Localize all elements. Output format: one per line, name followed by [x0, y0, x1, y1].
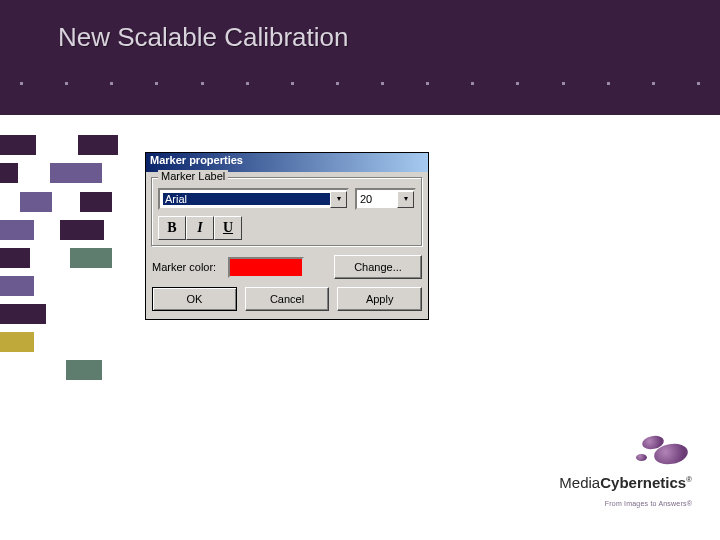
chevron-down-icon[interactable]: ▾ [330, 191, 347, 208]
marker-color-swatch[interactable] [228, 257, 304, 278]
bold-button[interactable]: B [158, 216, 186, 240]
decorative-block [20, 192, 52, 212]
brand-logo: MediaCybernetics® From Images to Answers… [559, 434, 692, 510]
decorative-dots [20, 82, 700, 86]
decorative-block [0, 276, 34, 296]
slide-header: New Scalable Calibration [0, 0, 720, 115]
slide-title: New Scalable Calibration [58, 22, 348, 53]
font-size-value: 20 [360, 193, 372, 205]
decorative-block [0, 163, 18, 183]
decorative-block [50, 163, 102, 183]
decorative-block [66, 360, 102, 380]
apply-button[interactable]: Apply [337, 287, 422, 311]
group-legend: Marker Label [158, 170, 228, 182]
decorative-block [70, 248, 112, 268]
cancel-button[interactable]: Cancel [245, 287, 330, 311]
decorative-block [78, 135, 118, 155]
decorative-block [0, 332, 34, 352]
underline-button[interactable]: U [214, 216, 242, 240]
marker-label-group: Marker Label Arial ▾ 20 ▾ B I U [151, 177, 423, 247]
decorative-block [80, 192, 112, 212]
decorative-block [0, 248, 30, 268]
ok-button[interactable]: OK [152, 287, 237, 311]
registered-icon: ® [686, 475, 692, 484]
change-button[interactable]: Change... [334, 255, 422, 279]
logo-name-prefix: Media [559, 474, 600, 491]
decorative-block [0, 304, 46, 324]
marker-color-label: Marker color: [152, 261, 222, 273]
logo-name-bold: Cybernetics [600, 474, 686, 491]
font-name-value: Arial [163, 193, 330, 205]
decorative-block [0, 135, 36, 155]
logo-name: MediaCybernetics® [559, 474, 692, 491]
chevron-down-icon[interactable]: ▾ [397, 191, 414, 208]
decorative-block [0, 220, 34, 240]
italic-button[interactable]: I [186, 216, 214, 240]
font-size-combo[interactable]: 20 ▾ [355, 188, 416, 210]
font-name-combo[interactable]: Arial ▾ [158, 188, 349, 210]
logo-mark-icon [636, 434, 692, 468]
decorative-block [60, 220, 104, 240]
logo-tagline: From Images to Answers® [605, 500, 692, 507]
marker-properties-dialog: Marker properties Marker Label Arial ▾ 2… [145, 152, 429, 320]
